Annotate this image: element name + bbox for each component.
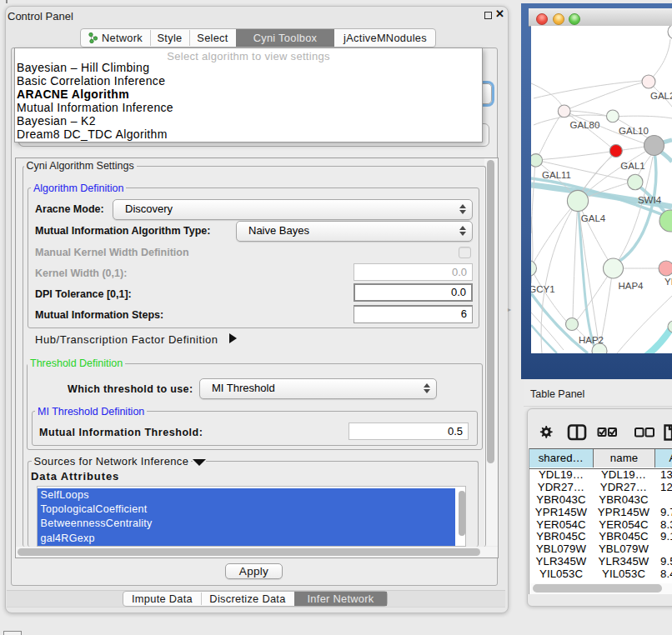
svg-text:GAL80: GAL80 [570, 120, 600, 130]
svg-text:GAL4: GAL4 [581, 213, 606, 223]
svg-text:HAP4: HAP4 [618, 281, 644, 291]
svg-text:GCY1: GCY1 [531, 284, 555, 294]
svg-text:GAL2: GAL2 [650, 91, 672, 101]
svg-text:GAL10: GAL10 [619, 126, 649, 136]
svg-text:YEL047C: YEL047C [664, 277, 672, 287]
svg-text:GAL1: GAL1 [620, 161, 644, 171]
svg-text:GAL11: GAL11 [542, 170, 571, 180]
svg-text:HAP2: HAP2 [579, 335, 604, 345]
svg-text:SWI4: SWI4 [638, 195, 662, 205]
